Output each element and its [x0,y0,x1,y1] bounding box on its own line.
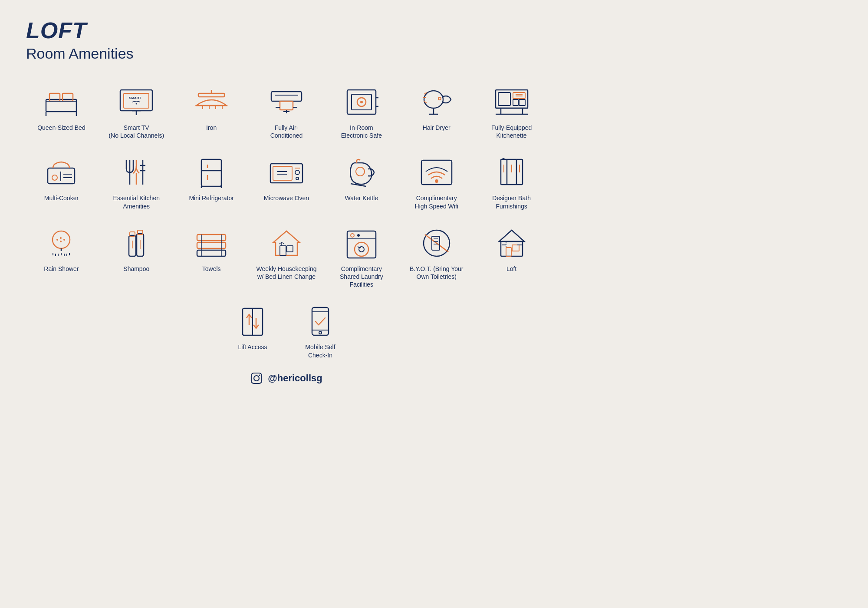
wifi-icon [415,155,458,190]
amenity-wifi: ComplimentaryHigh Speed Wifi [401,148,472,214]
svg-point-71 [296,177,299,180]
kitchen-amenities-icon [115,155,158,190]
page-title: LOFT [26,17,547,43]
svg-rect-140 [251,373,262,383]
electronic-safe-icon [340,85,383,119]
svg-rect-19 [271,92,302,101]
housekeeping-label: Weekly Housekeepingw/ Bed Linen Change [256,265,316,281]
loft-label: Loft [506,265,516,273]
amenity-housekeeping: Weekly Housekeepingw/ Bed Linen Change [251,219,322,293]
laundry-icon [340,226,383,261]
svg-line-112 [279,242,282,244]
instagram-icon [250,372,263,384]
amenity-kitchen-amenities: Essential KitchenAmenities [101,148,172,214]
rain-shower-label: Rain Shower [44,265,79,273]
mini-fridge-label: Mini Refrigerator [189,194,233,202]
svg-point-96 [63,239,65,241]
svg-point-51 [52,175,57,180]
wifi-label: ComplimentaryHigh Speed Wifi [415,194,458,210]
housekeeping-icon [265,226,308,261]
svg-rect-2 [62,93,73,101]
water-kettle-label: Water Kettle [345,194,378,202]
svg-point-38 [438,97,441,100]
svg-rect-114 [347,231,376,258]
svg-point-95 [60,237,62,239]
svg-rect-12 [198,93,224,97]
svg-point-94 [56,239,58,241]
amenity-iron: Iron [176,78,247,144]
svg-rect-127 [506,248,511,256]
loft-icon [490,226,533,261]
svg-text:SMART: SMART [129,96,141,100]
lift-access-icon [231,304,274,339]
svg-rect-128 [512,245,519,251]
amenity-loft: Loft [476,219,547,293]
svg-point-11 [136,103,137,105]
shampoo-label: Shampoo [123,265,149,273]
byot-label: B.Y.O.T. (Bring YourOwn Toiletries) [410,265,463,281]
iron-icon [190,85,233,119]
svg-point-118 [355,242,368,256]
kitchenette-icon [490,85,533,119]
iron-label: Iron [206,124,217,132]
towels-icon [190,226,233,261]
svg-point-139 [319,331,322,334]
microwave-icon [265,155,308,190]
mini-fridge-icon [190,155,233,190]
water-kettle-icon [340,155,383,190]
amenity-towels: Towels [176,219,247,293]
hair-dryer-icon [415,85,458,119]
smart-tv-label: Smart TV(No Local Channels) [108,124,164,139]
hair-dryer-label: Hair Dryer [423,124,450,132]
amenity-air-conditioned: Fully Air-Conditioned [251,78,322,144]
smart-tv-icon: SMART [115,85,158,119]
mobile-checkin-icon [299,304,342,339]
instagram-handle: @hericollsg [268,373,322,384]
svg-line-121 [425,235,448,252]
amenity-lift-access: Lift Access [227,297,278,363]
svg-rect-21 [280,101,293,110]
svg-point-85 [53,231,70,248]
svg-line-113 [282,242,284,244]
svg-point-116 [351,234,354,237]
kitchen-amenities-label: Essential KitchenAmenities [113,194,160,210]
svg-point-141 [254,376,259,381]
amenity-byot: B.Y.O.T. (Bring YourOwn Toiletries) [401,219,472,293]
svg-rect-1 [49,93,60,101]
byot-icon [415,226,458,261]
svg-point-78 [435,179,438,183]
amenities-grid: Queen-Sized Bed SMART Smart TV(No Local … [26,78,547,293]
towels-label: Towels [202,265,221,273]
microwave-label: Microwave Oven [264,194,309,202]
svg-point-70 [295,170,299,175]
air-conditioned-icon [265,85,308,119]
amenity-bath-furnishings: Designer BathFurnishings [476,148,547,214]
electronic-safe-label: In-RoomElectronic Safe [341,124,382,139]
mobile-checkin-label: Mobile SelfCheck-In [305,343,335,359]
laundry-label: ComplimentaryShared LaundryFacilities [340,265,383,289]
svg-rect-68 [273,166,292,180]
amenity-rain-shower: Rain Shower [26,219,97,293]
lift-access-label: Lift Access [238,343,267,351]
svg-rect-42 [513,99,518,106]
svg-point-97 [60,241,62,242]
shampoo-icon [115,226,158,261]
kitchenette-label: Fully-EquippedKitchenette [491,124,532,139]
amenity-smart-tv: SMART Smart TV(No Local Channels) [101,78,172,144]
svg-point-142 [259,374,260,376]
amenity-queen-bed: Queen-Sized Bed [26,78,97,144]
svg-rect-43 [519,99,525,106]
amenity-mobile-checkin: Mobile SelfCheck-In [295,297,345,363]
amenity-multi-cooker: Multi-Cooker [26,148,97,214]
svg-point-29 [360,101,363,103]
bath-furnishings-label: Designer BathFurnishings [492,194,531,210]
amenity-kitchenette: Fully-EquippedKitchenette [476,78,547,144]
amenity-hair-dryer: Hair Dryer [401,78,472,144]
multi-cooker-icon [39,155,83,190]
amenity-laundry: ComplimentaryShared LaundryFacilities [326,219,397,293]
rain-shower-icon [39,226,83,261]
queen-bed-label: Queen-Sized Bed [37,124,85,132]
svg-rect-40 [498,93,510,106]
queen-bed-icon [39,85,83,119]
svg-point-75 [356,167,365,176]
